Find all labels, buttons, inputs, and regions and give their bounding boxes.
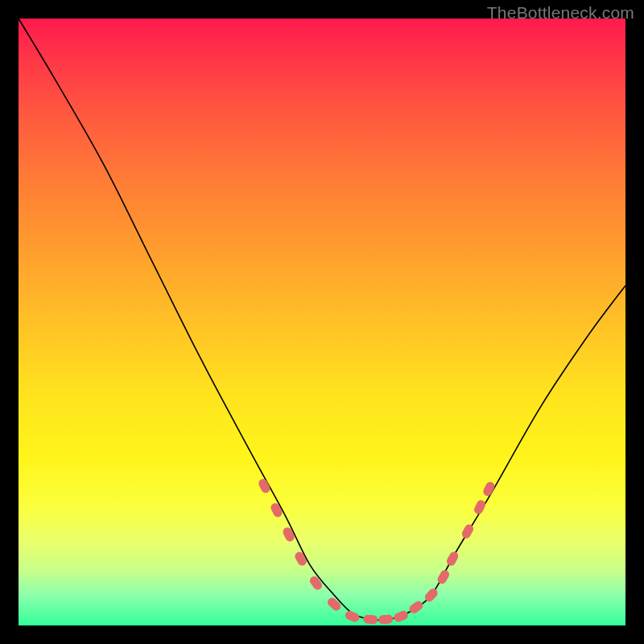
highlight-dot <box>407 600 424 615</box>
highlight-dots <box>257 477 496 625</box>
bottleneck-curve <box>19 19 625 620</box>
chart-area <box>19 19 625 625</box>
highlight-dot <box>436 568 452 585</box>
highlight-dot <box>308 575 324 592</box>
bottleneck-plot <box>19 19 625 625</box>
highlight-dot <box>326 596 343 612</box>
highlight-dot <box>270 502 284 518</box>
highlight-dot <box>460 523 475 540</box>
highlight-dot <box>393 609 410 623</box>
highlight-dot <box>378 614 394 625</box>
highlight-dot <box>344 609 361 623</box>
highlight-dot <box>282 526 296 543</box>
highlight-dot <box>363 614 378 625</box>
highlight-dot <box>445 551 460 568</box>
watermark-text: TheBottleneck.com <box>487 3 634 23</box>
highlight-dot <box>473 498 487 515</box>
